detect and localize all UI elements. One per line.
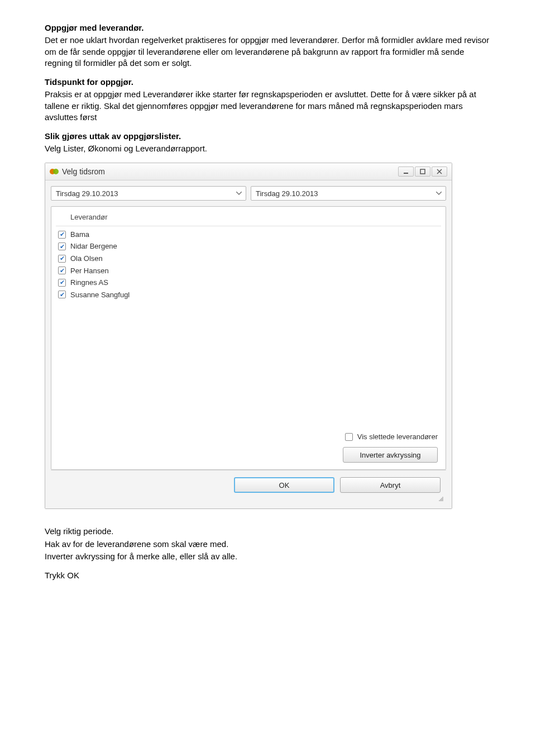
supplier-name: Nidar Bergene (70, 241, 117, 251)
supplier-row[interactable]: ✔Ola Olsen (56, 253, 441, 265)
supplier-checkbox[interactable]: ✔ (58, 291, 66, 298)
svg-rect-3 (420, 169, 425, 174)
svg-point-6 (442, 498, 443, 500)
paragraph-4a: Velg riktig periode. (45, 526, 491, 537)
paragraph-1: Det er noe uklart hvordan regelverket pr… (45, 35, 491, 69)
app-icon (50, 167, 59, 176)
supplier-list-frame: Leverandør ✔Bama✔Nidar Bergene✔Ola Olsen… (51, 206, 446, 470)
paragraph-4b: Hak av for de leverandørene som skal vær… (45, 539, 491, 550)
heading-uttak: Slik gjøres uttak av oppgjørslister. (45, 131, 491, 142)
supplier-row[interactable]: ✔Per Hansen (56, 265, 441, 277)
supplier-list: ✔Bama✔Nidar Bergene✔Ola Olsen✔Per Hansen… (56, 226, 441, 427)
svg-point-4 (442, 497, 443, 498)
supplier-row[interactable]: ✔Ringnes AS (56, 277, 441, 289)
svg-point-9 (442, 500, 443, 501)
supplier-row[interactable]: ✔Susanne Sangfugl (56, 289, 441, 301)
ok-button[interactable]: OK (234, 477, 334, 493)
show-deleted-label: Vis slettede leverandører (357, 432, 438, 442)
chevron-down-icon (236, 190, 242, 197)
maximize-button[interactable] (415, 167, 430, 177)
paragraph-2: Praksis er at oppgjør med Leverandører i… (45, 89, 491, 123)
select-period-dialog: Velg tidsrom Tirsdag 29.10.2013 Tirsda (45, 163, 452, 510)
minimize-button[interactable] (398, 167, 414, 177)
svg-rect-2 (404, 173, 408, 174)
supplier-name: Bama (70, 230, 89, 240)
date-from-select[interactable]: Tirsdag 29.10.2013 (51, 186, 246, 201)
resize-grip-icon[interactable] (51, 496, 446, 504)
show-deleted-checkbox[interactable]: ✔ (345, 433, 353, 441)
paragraph-3: Velg Lister, Økonomi og Leverandørrappor… (45, 143, 491, 154)
invert-selection-button[interactable]: Inverter avkryssing (343, 447, 438, 463)
svg-point-8 (441, 500, 442, 501)
supplier-row[interactable]: ✔Bama (56, 229, 441, 241)
supplier-checkbox[interactable]: ✔ (58, 243, 66, 250)
supplier-checkbox[interactable]: ✔ (58, 231, 66, 239)
close-button[interactable] (432, 167, 447, 177)
heading-tidspunkt: Tidspunkt for oppgjør. (45, 77, 491, 88)
supplier-checkbox[interactable]: ✔ (58, 279, 66, 287)
paragraph-4c: Inverter avkryssing for å merke alle, el… (45, 551, 491, 562)
svg-point-7 (440, 500, 441, 501)
supplier-checkbox[interactable]: ✔ (58, 255, 66, 263)
supplier-name: Ola Olsen (70, 254, 103, 264)
dialog-title: Velg tidsrom (62, 167, 105, 177)
paragraph-5: Trykk OK (45, 570, 491, 581)
date-to-select[interactable]: Tirsdag 29.10.2013 (251, 186, 446, 201)
supplier-name: Per Hansen (70, 266, 109, 276)
supplier-checkbox[interactable]: ✔ (58, 267, 66, 274)
date-to-value: Tirsdag 29.10.2013 (256, 189, 318, 199)
cancel-button[interactable]: Avbryt (340, 477, 441, 493)
heading-oppgjor: Oppgjør med leverandør. (45, 22, 491, 34)
dialog-titlebar: Velg tidsrom (45, 163, 452, 181)
svg-point-1 (53, 169, 59, 174)
svg-point-12 (441, 501, 442, 502)
svg-point-10 (439, 501, 440, 502)
window-controls (398, 167, 447, 177)
date-from-value: Tirsdag 29.10.2013 (56, 189, 118, 199)
supplier-list-header: Leverandør (56, 210, 441, 226)
svg-point-5 (441, 498, 442, 500)
svg-point-13 (442, 501, 443, 502)
svg-point-11 (440, 501, 441, 502)
supplier-name: Ringnes AS (70, 278, 108, 288)
supplier-name: Susanne Sangfugl (70, 290, 130, 300)
chevron-down-icon (436, 190, 442, 197)
supplier-row[interactable]: ✔Nidar Bergene (56, 240, 441, 253)
